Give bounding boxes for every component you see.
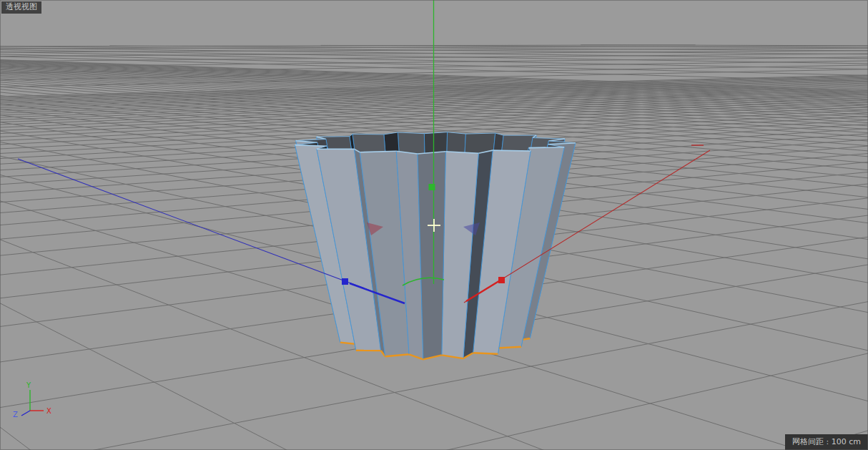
- object-edge: [498, 347, 521, 348]
- y-axis-handle[interactable]: [429, 184, 435, 190]
- indicator-z-label: Z: [13, 411, 18, 419]
- object-edge: [493, 150, 531, 151]
- viewport-canvas[interactable]: [0, 0, 868, 450]
- object-edge: [473, 353, 498, 354]
- object-edge: [528, 147, 564, 148]
- indicator-x-label: X: [46, 407, 51, 415]
- z-axis-handle[interactable]: [342, 278, 348, 285]
- x-axis-handle[interactable]: [498, 277, 505, 283]
- object-edge: [352, 134, 384, 134]
- object-edge: [317, 137, 350, 137]
- polygon-object[interactable]: [295, 132, 576, 360]
- indicator-z-axis: [21, 411, 30, 416]
- axis-orientation-indicator: Y X Z: [10, 381, 64, 421]
- grid-spacing-status: 网格间距 : 100 cm: [785, 434, 868, 450]
- viewport-3d[interactable]: 透视视图 Y X Z 网格间距 : 100 cm: [0, 0, 868, 450]
- view-label: 透视视图: [1, 1, 41, 14]
- indicator-y-label: Y: [26, 381, 31, 389]
